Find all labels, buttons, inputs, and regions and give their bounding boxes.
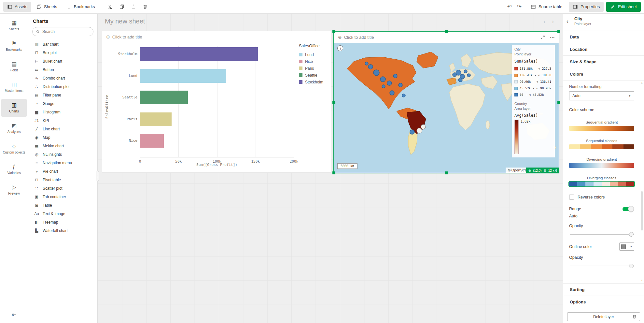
chart-type-kpi[interactable]: #1KPI [28,116,97,125]
chart-type-combo-chart[interactable]: ∿Combo chart [28,74,97,82]
bar-chart-object[interactable]: ⊕ Click to add title SalesOffice Sum([Gr… [102,31,331,173]
resize-handle-sw[interactable] [332,171,335,174]
resize-handle-w[interactable] [332,101,335,104]
opacity-slider[interactable] [570,232,634,237]
undo-button[interactable]: ↶ [505,2,514,12]
color-scheme-swatch-diverging-gradient[interactable] [569,163,634,168]
rail-item-sheets[interactable]: ▦Sheets [1,17,27,35]
bar-nice[interactable] [140,134,164,148]
bar-seattle[interactable] [140,91,188,104]
rail-item-master-items[interactable]: ◫Master items [1,79,27,96]
bar-lund[interactable] [140,69,226,83]
scroll-up-icon[interactable]: ▲ [641,81,643,84]
rail-item-analyses[interactable]: ◩Analyses [1,120,27,137]
chart-type-text-image[interactable]: AaText & image [28,210,97,218]
chart-type-distribution-plot[interactable]: ∴Distribution plot [28,82,97,91]
map-info-button[interactable]: i [337,45,343,51]
section-size-shape[interactable]: Size & Shape [563,56,644,68]
properties-button[interactable]: Properties [569,2,604,12]
slider-thumb[interactable] [629,232,634,237]
sheet-canvas[interactable]: My new sheet ‹ › ⊕ Click to add title Sa… [98,14,563,323]
section-sorting[interactable]: Sorting [563,284,644,296]
chart-type-map[interactable]: ◉Map [28,133,97,142]
source-table-button[interactable]: Source table [527,2,566,12]
rail-item-preview[interactable]: ▷Preview [1,181,27,199]
chart-type-pie-chart[interactable]: ◕Pie chart [28,167,97,176]
resize-handle-s[interactable] [445,171,448,174]
chart-type-histogram[interactable]: ▆Histogram [28,108,97,116]
section-data[interactable]: Data [563,31,644,43]
prev-sheet-button[interactable]: ‹ [543,18,545,25]
next-sheet-button[interactable]: › [552,18,554,25]
chart-type-filter-pane[interactable]: ▤Filter pane [28,91,97,99]
legend-entry-nice[interactable]: Nice [299,58,323,65]
chart-type-box-plot[interactable]: ⊟Box plot [28,49,97,57]
section-location[interactable]: Location [563,43,644,56]
chart-type-table[interactable]: ⊞Table [28,201,97,210]
more-options-icon[interactable]: ••• [550,35,555,39]
resize-handle-e[interactable] [557,101,560,104]
rail-item-variables[interactable]: ƒVariables [1,161,27,178]
map-viewport[interactable]: i City Point layer Sum(Sales) 181.86k - … [334,43,559,173]
collapse-rail-button[interactable]: ⇤ [12,312,16,318]
edit-sheet-button[interactable]: Edit sheet [606,2,641,12]
resize-handle-n[interactable] [445,30,448,33]
rail-item-charts[interactable]: ▥Charts [1,99,27,117]
chart-type-button[interactable]: ▭Button [28,66,97,74]
delete-button[interactable] [141,2,150,11]
properties-scrollbar[interactable]: ▲ ▼ [640,81,644,282]
chart-type-navigation-menu[interactable]: ≡Navigation menu [28,159,97,167]
chart-type-treemap[interactable]: ◧Treemap [28,218,97,227]
chart-type-scatter-plot[interactable]: ∷Scatter plot [28,184,97,193]
back-button[interactable]: ‹ [567,18,568,25]
copy-button[interactable] [117,2,126,11]
outline-opacity-slider[interactable] [570,264,634,268]
map-chart-title-placeholder[interactable]: Click to add title [344,35,374,40]
resize-handle-nw[interactable] [332,30,335,33]
redo-button[interactable]: ↷ [514,2,524,12]
chart-type-bullet-chart[interactable]: ⊢Bullet chart [28,57,97,66]
outline-color-dropdown[interactable]: ▼ [619,242,634,251]
legend-entry-stockholm[interactable]: Stockholm [299,79,323,85]
legend-entry-seattle[interactable]: Seattle [299,72,323,79]
chart-type-nl-insights[interactable]: ◎NL insights [28,150,97,159]
chart-type-gauge[interactable]: ◔Gauge [28,99,97,108]
chart-type-waterfall-chart[interactable]: ▙Waterfall chart [28,227,97,235]
bar-stockholm[interactable] [140,47,258,61]
delete-layer-button[interactable]: Delete layer [567,312,640,321]
toolbar-tab-sheets[interactable]: Sheets [33,2,61,12]
charts-search-box[interactable] [32,27,93,36]
map-chart-object[interactable]: ⊕ Click to add title ••• [333,31,559,173]
scrollbar-track[interactable] [641,84,643,279]
legend-entry-paris[interactable]: Paris [299,65,323,72]
rail-item-custom-objects[interactable]: ◇Custom objects [1,140,27,158]
panel-resize-handle[interactable]: ⋮ [96,171,99,181]
scroll-down-icon[interactable]: ▼ [641,279,643,282]
chart-type-bar-chart[interactable]: ▥Bar chart [28,40,97,49]
number-formatting-select[interactable]: Auto ▼ [569,91,634,100]
reverse-colors-checkbox[interactable] [569,195,574,199]
slider-thumb[interactable] [629,264,634,268]
toolbar-tab-assets[interactable]: Assets [3,2,31,12]
bar-paris[interactable] [140,112,172,126]
toolbar-tab-bookmarks[interactable]: Bookmarks [63,2,99,12]
bar-chart-plot: SalesOffice Sum([Gross Profit]) SalesOff… [102,31,331,172]
color-scheme-swatch-sequential-classes[interactable] [569,144,634,149]
resize-handle-ne[interactable] [557,30,560,33]
scrollbar-thumb[interactable] [641,191,643,230]
chart-type-pivot-table[interactable]: ⊡Pivot table [28,176,97,184]
rail-item-bookmarks[interactable]: ⚑Bookmarks [1,37,27,55]
chart-type-mekko-chart[interactable]: ▦Mekko chart [28,142,97,150]
search-input[interactable] [42,29,90,34]
chart-type-line-chart[interactable]: ╱Line chart [28,125,97,133]
fullscreen-icon[interactable] [540,35,545,40]
range-toggle[interactable] [623,207,633,211]
color-scheme-swatch-sequential-gradient[interactable] [569,126,634,131]
rail-item-fields[interactable]: ▤Fields [1,58,27,76]
section-options[interactable]: Options [563,296,644,308]
chart-type-tab-container[interactable]: ▣Tab container [28,193,97,201]
color-scheme-swatch-diverging-classes[interactable] [569,182,634,186]
legend-entry-lund[interactable]: Lund [299,51,323,58]
cut-button[interactable] [105,2,115,11]
section-colors[interactable]: Colors [563,68,644,81]
